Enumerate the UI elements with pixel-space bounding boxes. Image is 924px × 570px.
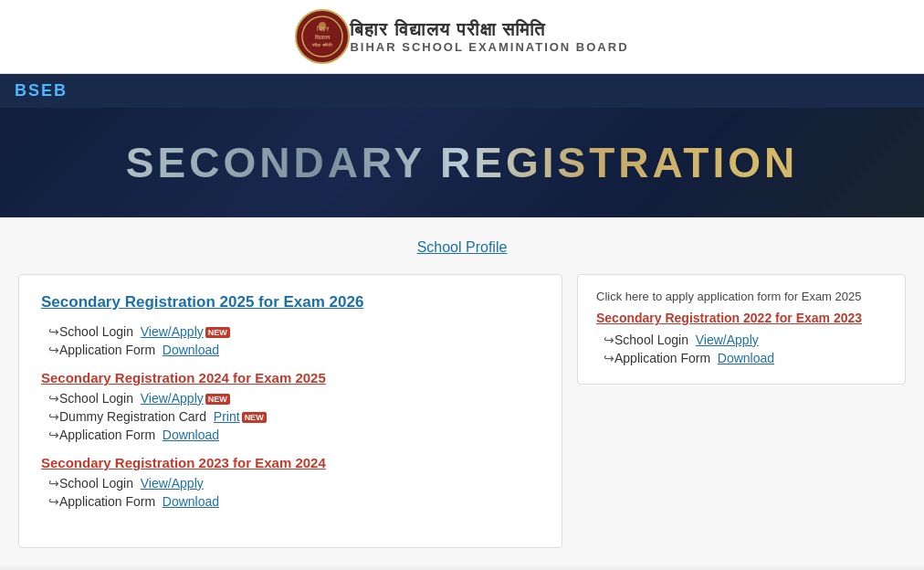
right-panel: Click here to apply application form for… (577, 274, 906, 385)
right-intro-text: Click here to apply application form for… (596, 290, 887, 303)
right-download[interactable]: Download (718, 351, 774, 365)
left-panel: Secondary Registration 2025 for Exam 202… (18, 274, 562, 548)
entry-2023-login: ↪School Login View/Apply (41, 476, 540, 491)
section-title-2023[interactable]: Secondary Registration 2023 for Exam 202… (41, 455, 540, 470)
download-2025[interactable]: Download (163, 343, 219, 357)
arrow-icon-r2: ↪ (604, 351, 614, 365)
section-title-2025[interactable]: Secondary Registration 2025 for Exam 202… (41, 293, 540, 311)
right-entry-login: ↪School Login View/Apply (596, 332, 887, 347)
header-hindi-title: बिहार विद्यालय परीक्षा समिति (350, 19, 545, 40)
school-profile-section: School Profile (18, 239, 906, 256)
banner-title: SECONDARY REGISTRATION (126, 138, 798, 187)
entry-2024-form: ↪Application Form Download (41, 428, 540, 442)
view-apply-2023[interactable]: View/Apply (141, 476, 204, 491)
new-badge-1: NEW (205, 327, 230, 338)
bseb-logo: बिहार विद्यालय परीक्षा समिति (295, 9, 350, 64)
two-column-layout: Secondary Registration 2025 for Exam 202… (18, 274, 906, 548)
download-2024[interactable]: Download (163, 428, 219, 442)
new-badge-2: NEW (205, 394, 230, 405)
right-section-title[interactable]: Secondary Registration 2022 for Exam 202… (596, 311, 887, 325)
download-2023[interactable]: Download (163, 494, 219, 509)
svg-text:परीक्षा समिति: परीक्षा समिति (312, 42, 332, 48)
header-text: बिहार विद्यालय परीक्षा समिति BIHAR SCHOO… (350, 19, 628, 54)
brand-label: BSEB (15, 81, 68, 100)
content-area: School Profile Secondary Registration 20… (0, 217, 924, 566)
arrow-icon-4: ↪ (48, 409, 59, 424)
entry-2024-dummy: ↪Dummy Registration Card PrintNEW (41, 409, 540, 424)
new-badge-3: NEW (242, 412, 267, 423)
entry-2025-form: ↪Application Form Download (41, 343, 540, 357)
banner: SECONDARY REGISTRATION (0, 108, 924, 217)
arrow-icon-5: ↪ (48, 428, 59, 442)
arrow-icon-3: ↪ (48, 391, 59, 406)
entry-2024-login: ↪School Login View/ApplyNEW (41, 391, 540, 406)
header: बिहार विद्यालय परीक्षा समिति बिहार विद्य… (0, 0, 924, 74)
svg-point-5 (319, 22, 326, 29)
print-2024[interactable]: Print (214, 409, 240, 424)
arrow-icon-6: ↪ (48, 476, 59, 491)
arrow-icon-7: ↪ (48, 494, 59, 509)
top-nav: BSEB (0, 74, 924, 108)
entry-2025-login: ↪School Login View/ApplyNEW (41, 324, 540, 339)
svg-text:विद्यालय: विद्यालय (314, 34, 331, 40)
school-profile-link[interactable]: School Profile (417, 239, 508, 255)
section-title-2024[interactable]: Secondary Registration 2024 for Exam 202… (41, 370, 540, 385)
arrow-icon-2: ↪ (48, 343, 59, 357)
entry-2023-form: ↪Application Form Download (41, 494, 540, 509)
header-english-title: BIHAR SCHOOL EXAMINATION BOARD (350, 40, 628, 54)
arrow-icon-r1: ↪ (604, 332, 614, 347)
view-apply-2025[interactable]: View/Apply (141, 324, 204, 339)
view-apply-2024[interactable]: View/Apply (141, 391, 204, 406)
right-view-apply[interactable]: View/Apply (696, 332, 759, 347)
right-entry-form: ↪Application Form Download (596, 351, 887, 365)
arrow-icon-1: ↪ (48, 324, 59, 339)
